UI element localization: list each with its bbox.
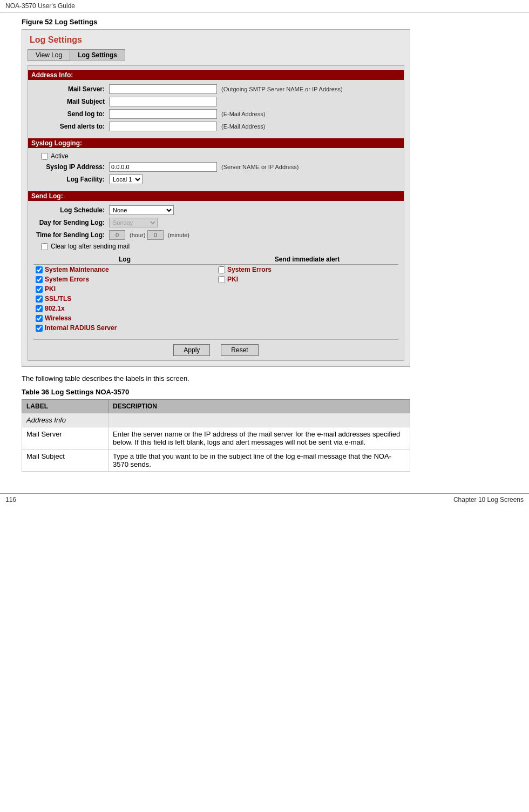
tab-log-settings[interactable]: Log Settings <box>70 49 125 61</box>
minute-note: (minute) <box>168 232 189 238</box>
log-settings-panel: Log Settings View Log Log Settings Addre… <box>22 29 410 367</box>
log-8021x-checkbox[interactable] <box>36 305 43 312</box>
table-row: System Maintenance System Errors <box>33 265 398 275</box>
log-schedule-select[interactable]: None Daily Weekly When Full <box>109 205 174 215</box>
syslog-ip-label: Syslog IP Address: <box>33 163 109 171</box>
footer-page-number: 116 <box>5 496 16 504</box>
syslog-ip-row: Syslog IP Address: (Server NAME or IP Ad… <box>33 162 398 172</box>
minute-input <box>147 230 164 240</box>
alert-pki-checkbox[interactable] <box>218 276 225 283</box>
log-pki-checkbox[interactable] <box>36 286 43 293</box>
table-row: Wireless <box>33 313 398 323</box>
log-system-maintenance: System Maintenance <box>33 265 216 275</box>
mail-server-input[interactable] <box>109 84 217 94</box>
day-sending-label: Day for Sending Log: <box>33 219 109 226</box>
log-internal-radius-checkbox[interactable] <box>36 325 43 332</box>
mail-server-label: Mail Server: <box>33 85 109 93</box>
table-row: Internal RADIUS Server <box>33 323 398 333</box>
log-internal-radius: Internal RADIUS Server <box>33 323 216 333</box>
send-alerts-to-note: (E-Mail Address) <box>221 123 265 130</box>
desc-table-desc-header: DESCRIPTION <box>108 400 410 413</box>
send-alerts-to-input[interactable] <box>109 122 217 131</box>
send-log-header: Send Log: <box>28 191 404 201</box>
log-schedule-row: Log Schedule: None Daily Weekly When Ful… <box>33 205 398 215</box>
footer-chapter: Chapter 10 Log Screens <box>453 496 524 504</box>
mail-server-row: Mail Server: (Outgoing SMTP Server NAME … <box>33 84 398 94</box>
log-pki: PKI <box>33 284 216 294</box>
table-row: 802.1x <box>33 304 398 313</box>
section-row-label: Address Info <box>22 413 108 427</box>
log-system-maintenance-checkbox[interactable] <box>36 266 43 273</box>
panel-title: Log Settings <box>28 35 404 45</box>
mail-subject-label: Mail Subject <box>33 98 109 105</box>
active-label: Active <box>51 152 69 160</box>
inner-panel: Address Info: Mail Server: (Outgoing SMT… <box>28 65 404 361</box>
description-table: LABEL DESCRIPTION Address Info Mail Serv… <box>22 399 410 472</box>
log-facility-row: Log Facility: Local 1 Local 2 Local 3 Lo… <box>33 175 398 184</box>
mail-server-table-label: Mail Server <box>22 427 108 449</box>
table-row: Mail Server Enter the server name or the… <box>22 427 410 449</box>
log-system-errors: System Errors <box>33 274 216 284</box>
mail-subject-table-label: Mail Subject <box>22 449 108 472</box>
body-text: The following table describes the labels… <box>22 374 507 382</box>
alert-system-errors-checkbox[interactable] <box>218 266 225 273</box>
tab-view-log[interactable]: View Log <box>28 49 70 61</box>
mail-subject-table-desc: Type a title that you want to be in the … <box>108 449 410 472</box>
clear-log-row: Clear log after sending mail <box>41 243 398 250</box>
table-row: Mail Subject Type a title that you want … <box>22 449 410 472</box>
active-checkbox-row: Active <box>41 152 398 160</box>
table-row: SSL/TLS <box>33 294 398 304</box>
alert-col-header: Send immediate alert <box>216 254 398 265</box>
clear-log-label: Clear log after sending mail <box>51 243 130 250</box>
mail-server-table-desc: Enter the server name or the IP address … <box>108 427 410 449</box>
active-checkbox[interactable] <box>41 153 48 160</box>
log-col-header: Log <box>33 254 216 265</box>
figure-label: Figure 52 Log Settings <box>22 18 507 26</box>
syslog-header: Syslog Logging: <box>28 138 404 148</box>
log-ssl-tls-checkbox[interactable] <box>36 296 43 303</box>
log-system-errors-checkbox[interactable] <box>36 276 43 283</box>
hour-note: (hour) <box>130 232 145 238</box>
page-footer: 116 Chapter 10 Log Screens <box>0 493 529 506</box>
log-8021x: 802.1x <box>33 304 216 313</box>
table-row: PKI <box>33 284 398 294</box>
send-log-to-row: Send log to: (E-Mail Address) <box>33 109 398 119</box>
mail-subject-input[interactable] <box>109 97 217 106</box>
reset-button[interactable]: Reset <box>221 344 258 356</box>
table-label: Table 36 Log Settings NOA-3570 <box>22 388 507 396</box>
log-schedule-label: Log Schedule: <box>33 206 109 214</box>
log-facility-select[interactable]: Local 1 Local 2 Local 3 Local 4 Local 5 … <box>109 175 143 184</box>
day-sending-select: Sunday <box>109 218 158 227</box>
apply-button[interactable]: Apply <box>173 344 210 356</box>
send-log-to-input[interactable] <box>109 109 217 119</box>
send-log-to-label: Send log to: <box>33 110 109 118</box>
log-wireless: Wireless <box>33 313 216 323</box>
send-alerts-to-label: Send alerts to: <box>33 123 109 130</box>
tabs-row: View Log Log Settings <box>28 49 404 61</box>
table-row: Address Info <box>22 413 410 427</box>
address-info-header: Address Info: <box>28 70 404 80</box>
log-facility-label: Log Facility: <box>33 176 109 183</box>
log-wireless-checkbox[interactable] <box>36 315 43 322</box>
page-content: Figure 52 Log Settings Log Settings View… <box>0 12 529 482</box>
day-sending-row: Day for Sending Log: Sunday <box>33 218 398 227</box>
send-alerts-to-row: Send alerts to: (E-Mail Address) <box>33 122 398 131</box>
time-sending-row: Time for Sending Log: (hour) (minute) <box>33 230 398 240</box>
table-row: System Errors PKI <box>33 274 398 284</box>
header-title: NOA-3570 User's Guide <box>5 2 75 10</box>
buttons-row: Apply Reset <box>33 339 398 356</box>
send-log-to-note: (E-Mail Address) <box>221 111 265 117</box>
syslog-ip-input[interactable] <box>109 162 217 172</box>
log-alert-table: Log Send immediate alert System Maintena… <box>33 254 398 333</box>
hour-input <box>109 230 125 240</box>
clear-log-checkbox[interactable] <box>41 243 48 250</box>
mail-subject-row: Mail Subject <box>33 97 398 106</box>
time-sending-label: Time for Sending Log: <box>33 231 109 239</box>
mail-server-note: (Outgoing SMTP Server NAME or IP Address… <box>221 86 343 92</box>
log-ssl-tls: SSL/TLS <box>33 294 216 304</box>
desc-table-label-header: LABEL <box>22 400 108 413</box>
alert-pki: PKI <box>216 274 398 284</box>
alert-system-errors: System Errors <box>216 265 398 275</box>
syslog-ip-note: (Server NAME or IP Address) <box>221 164 299 170</box>
page-header: NOA-3570 User's Guide <box>0 0 529 12</box>
